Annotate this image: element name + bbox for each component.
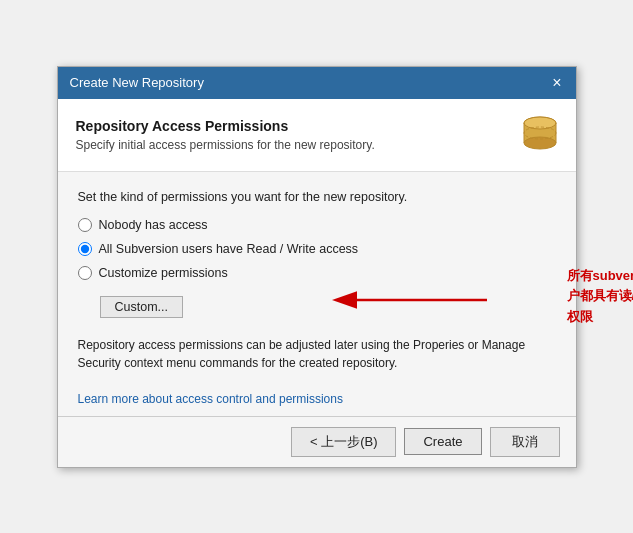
- cancel-button[interactable]: 取消: [490, 427, 560, 457]
- custom-button[interactable]: Custom...: [100, 296, 184, 318]
- option-allsvn-label: All Subversion users have Read / Write a…: [99, 242, 359, 256]
- footer: < 上一步(B) Create 取消: [58, 416, 576, 467]
- svg-point-5: [524, 117, 556, 129]
- option-nobody-label: Nobody has access: [99, 218, 208, 232]
- learn-more-link[interactable]: Learn more about access control and perm…: [78, 392, 343, 406]
- dialog-title: Create New Repository: [70, 75, 204, 90]
- database-icon: [522, 113, 558, 157]
- option-allsvn[interactable]: All Subversion users have Read / Write a…: [78, 242, 556, 256]
- option-custom[interactable]: Customize permissions: [78, 266, 556, 280]
- content-area: Set the kind of permissions you want for…: [58, 172, 576, 416]
- radio-group: Nobody has access All Subversion users h…: [78, 218, 556, 280]
- header-section: Repository Access Permissions Specify in…: [58, 99, 576, 172]
- info-text: Repository access permissions can be adj…: [78, 336, 556, 372]
- header-title: Repository Access Permissions: [76, 118, 375, 134]
- header-subtitle: Specify initial access permissions for t…: [76, 138, 375, 152]
- option-custom-label: Customize permissions: [99, 266, 228, 280]
- annotation-text: 所有subversion用户都具有读/写访问权限: [567, 266, 634, 328]
- svg-point-4: [524, 137, 556, 149]
- dialog: Create New Repository × Repository Acces…: [57, 66, 577, 468]
- radio-allsvn[interactable]: [78, 242, 92, 256]
- back-button[interactable]: < 上一步(B): [291, 427, 397, 457]
- close-button[interactable]: ×: [550, 75, 563, 91]
- radio-custom[interactable]: [78, 266, 92, 280]
- title-bar: Create New Repository ×: [58, 67, 576, 99]
- option-nobody[interactable]: Nobody has access: [78, 218, 556, 232]
- create-button[interactable]: Create: [404, 428, 481, 455]
- radio-nobody[interactable]: [78, 218, 92, 232]
- permissions-question: Set the kind of permissions you want for…: [78, 190, 556, 204]
